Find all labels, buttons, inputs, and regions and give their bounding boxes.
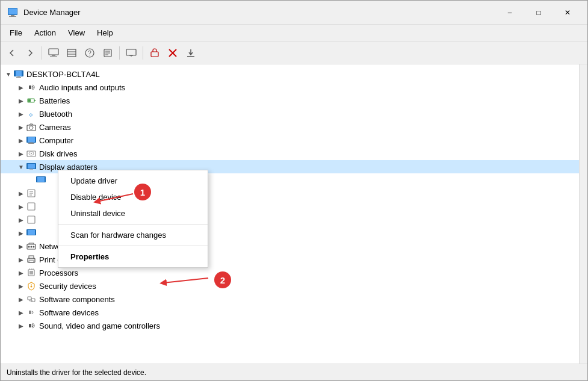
- tree-item-audio[interactable]: ▶ Audio inputs and outputs: [1, 81, 579, 94]
- svg-text:?: ?: [88, 50, 91, 57]
- row12-icon: [26, 228, 37, 238]
- svg-rect-75: [29, 311, 31, 314]
- svg-point-40: [31, 153, 32, 154]
- svg-point-60: [33, 246, 35, 248]
- tree-item-security[interactable]: ▶ Security devices: [1, 279, 579, 293]
- audio-expand-arrow: ▶: [16, 82, 26, 92]
- menu-action[interactable]: Action: [28, 26, 62, 40]
- tree-item-sw-components[interactable]: ▶ Software components: [1, 293, 579, 306]
- tree-item-sound[interactable]: ▶ Sound, video and game controllers: [1, 319, 579, 332]
- svg-rect-51: [28, 216, 35, 223]
- tree-item-sw-devices[interactable]: ▶ Software devices: [1, 306, 579, 319]
- svg-rect-76: [29, 324, 31, 327]
- svg-rect-50: [28, 203, 35, 210]
- row11-arrow: ▶: [16, 215, 26, 225]
- row9-icon: [26, 188, 37, 199]
- svg-rect-5: [52, 55, 55, 56]
- toolbar: ?: [1, 42, 587, 64]
- sound-label: Sound, video and game controllers: [39, 321, 160, 330]
- row12-arrow: ▶: [16, 228, 26, 238]
- cameras-icon: [26, 122, 37, 132]
- disk-expand-arrow: ▶: [16, 149, 26, 158]
- close-button[interactable]: ✕: [554, 3, 581, 22]
- window-controls: – □ ✕: [496, 3, 581, 22]
- sw-components-icon: [26, 294, 37, 305]
- svg-rect-53: [28, 230, 35, 235]
- ctx-separator-2: [58, 246, 208, 246]
- toolbar-help-button[interactable]: ?: [81, 45, 98, 61]
- svg-rect-6: [50, 56, 57, 57]
- batteries-icon: [26, 95, 37, 106]
- network-arrow: ▶: [16, 241, 26, 251]
- svg-rect-37: [28, 143, 34, 144]
- svg-rect-29: [34, 100, 36, 101]
- toolbar-remove-button[interactable]: [146, 45, 163, 61]
- root-icon: [13, 69, 24, 79]
- minimize-button[interactable]: –: [496, 3, 524, 22]
- tree-item-batteries[interactable]: ▶ Batteries: [1, 94, 579, 107]
- forward-button[interactable]: [22, 45, 39, 61]
- ctx-separator-1: [58, 224, 208, 225]
- back-button[interactable]: [4, 45, 20, 61]
- cameras-label: Cameras: [39, 123, 71, 132]
- device-manager-window: Device Manager – □ ✕ File Action View He…: [0, 0, 588, 381]
- batteries-expand-arrow: ▶: [16, 96, 26, 105]
- svg-rect-42: [28, 164, 35, 169]
- svg-point-59: [31, 246, 32, 248]
- tree-root[interactable]: ▼ DESKTOP-BCLTА4L: [1, 67, 579, 81]
- bluetooth-expand-arrow: ▶: [16, 109, 26, 119]
- display-child-icon: [36, 175, 46, 185]
- toolbar-screen-button[interactable]: [123, 45, 140, 61]
- toolbar-download-button[interactable]: [182, 45, 199, 61]
- display-expand-arrow: ▼: [16, 162, 26, 172]
- tree-item-cameras[interactable]: ▶ Cameras: [1, 120, 579, 134]
- ctx-properties[interactable]: Properties: [58, 249, 208, 265]
- bluetooth-icon: ⬦: [26, 108, 37, 119]
- row10-icon: [26, 201, 37, 212]
- svg-rect-7: [67, 49, 76, 57]
- content-area: ▼ DESKTOP-BCLTА4L ▶ Audio inputs and out…: [1, 64, 587, 364]
- display-child-arrow: [26, 175, 36, 185]
- computer-label: Computer: [39, 136, 73, 145]
- row11-icon: [26, 214, 37, 225]
- menu-view[interactable]: View: [62, 26, 91, 40]
- tree-item-bluetooth[interactable]: ▶ ⬦ Bluetooth: [1, 107, 579, 120]
- computer-expand-arrow: ▶: [16, 135, 26, 145]
- sw-components-label: Software components: [39, 295, 115, 304]
- ctx-scan-hardware[interactable]: Scan for hardware changes: [58, 227, 208, 243]
- toolbar-properties-button[interactable]: [99, 45, 116, 61]
- tree-item-processors[interactable]: ▶ Processors: [1, 266, 579, 279]
- svg-rect-16: [126, 49, 136, 55]
- toolbar-computer-button[interactable]: [45, 45, 62, 61]
- maximize-button[interactable]: □: [525, 3, 552, 22]
- svg-line-77: [97, 194, 133, 202]
- root-label: DESKTOP-BCLTА4L: [26, 70, 100, 79]
- processors-arrow: ▶: [16, 268, 26, 277]
- tree-item-disk[interactable]: ▶ Disk drives: [1, 147, 579, 160]
- menu-file[interactable]: File: [4, 26, 28, 40]
- root-expand-arrow: ▼: [4, 69, 13, 79]
- title-bar-left: Device Manager: [7, 7, 81, 19]
- svg-point-58: [28, 246, 30, 248]
- svg-rect-71: [28, 297, 31, 300]
- disk-icon: [26, 148, 37, 159]
- processors-label: Processors: [39, 268, 78, 277]
- menu-help[interactable]: Help: [91, 26, 119, 40]
- toolbar-separator-2: [119, 46, 120, 60]
- sw-devices-icon: [26, 307, 37, 318]
- vertical-scrollbar[interactable]: [579, 64, 587, 364]
- sw-components-arrow: ▶: [16, 294, 26, 304]
- bluetooth-label: Bluetooth: [39, 110, 72, 119]
- processors-icon: [26, 267, 37, 278]
- security-arrow: ▶: [16, 281, 26, 291]
- print-icon: [26, 254, 37, 265]
- svg-point-69: [31, 286, 32, 288]
- toolbar-list-button[interactable]: [63, 45, 80, 61]
- toolbar-delete-button[interactable]: [164, 45, 181, 61]
- svg-rect-1: [11, 15, 14, 16]
- sound-arrow: ▶: [16, 321, 26, 330]
- svg-rect-19: [151, 52, 158, 57]
- tree-item-computer[interactable]: ▶ Computer: [1, 134, 579, 147]
- svg-rect-45: [37, 177, 45, 182]
- toolbar-separator-3: [143, 46, 143, 60]
